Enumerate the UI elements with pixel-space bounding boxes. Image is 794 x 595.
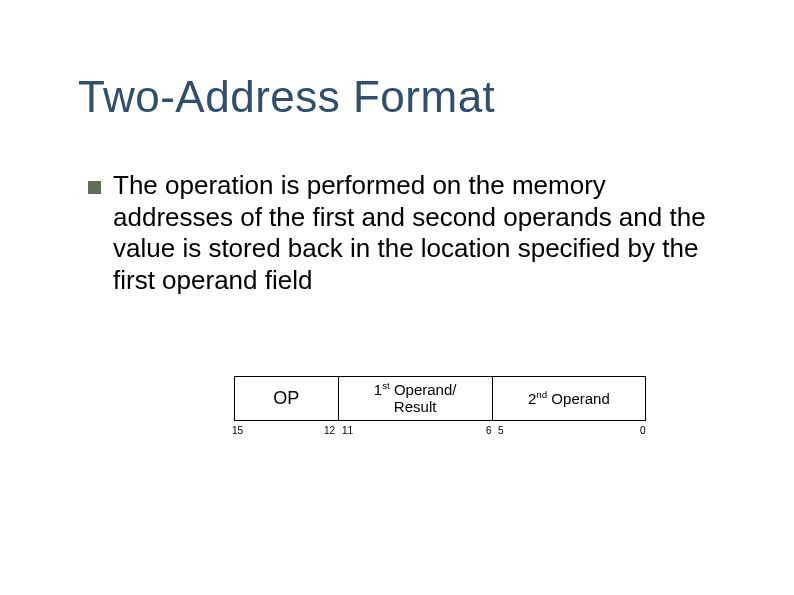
bit-12: 12 <box>324 425 335 436</box>
bit-11: 11 <box>342 425 353 436</box>
slide: Two-Address Format The operation is perf… <box>0 0 794 595</box>
slide-title: Two-Address Format <box>78 72 495 122</box>
instruction-format-diagram: OP 1st Operand/ Result 2nd Operand 15 12… <box>234 376 652 441</box>
field-op: OP <box>235 377 338 420</box>
bullet-text: The operation is performed on the memory… <box>113 170 718 297</box>
operand1-post: Operand/ <box>390 381 457 398</box>
slide-body: The operation is performed on the memory… <box>88 170 718 297</box>
operand1-line2: Result <box>394 398 437 415</box>
bullet-icon <box>88 181 101 194</box>
bit-labels: 15 12 11 6 5 0 <box>234 425 652 441</box>
operand1-sup: st <box>382 380 390 391</box>
field-row: OP 1st Operand/ Result 2nd Operand <box>234 376 646 421</box>
bit-5: 5 <box>498 425 504 436</box>
bit-6: 6 <box>486 425 492 436</box>
operand2-post: Operand <box>547 390 610 407</box>
field-operand2: 2nd Operand <box>492 377 645 420</box>
bit-0: 0 <box>640 425 646 436</box>
bit-15: 15 <box>232 425 243 436</box>
operand1-pre: 1 <box>374 381 382 398</box>
operand2-sup: nd <box>536 389 547 400</box>
field-operand1: 1st Operand/ Result <box>338 377 492 420</box>
bullet-item: The operation is performed on the memory… <box>88 170 718 297</box>
